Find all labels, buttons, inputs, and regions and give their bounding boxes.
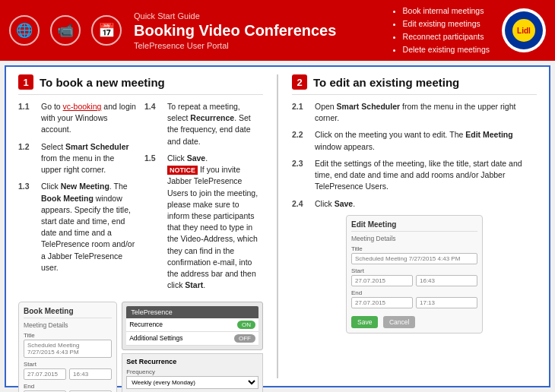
edit-meeting-title: Edit Meeting — [351, 220, 477, 232]
book-end-label: End — [24, 383, 112, 390]
vc-booking-link[interactable]: vc-booking — [63, 102, 102, 111]
step-1-2-num: 1.2 — [18, 141, 36, 176]
edit-start-label: Start — [351, 267, 477, 274]
tp-title: TelePresence — [131, 308, 173, 316]
book-title-label: Title — [24, 332, 112, 339]
header: 🌐 📹 📅 Quick Start Guide Booking Video Co… — [0, 0, 555, 61]
edit-section-label: Meeting Details — [351, 235, 477, 242]
step-2-3: 2.3 Edit the settings of the meeting, li… — [292, 158, 537, 193]
book-start-label: Start — [24, 361, 112, 368]
header-title-block: Quick Start Guide Booking Video Conferen… — [134, 11, 389, 50]
quick-start-label: Quick Start Guide — [134, 11, 389, 21]
sub-title: TelePresence User Portal — [134, 41, 389, 50]
step-1-5-text: Click Save. NOTICE If you invite Jabber … — [167, 153, 263, 292]
section2-number: 2 — [292, 74, 307, 90]
tp-recurrence-row: Recurrence ON — [126, 318, 258, 332]
calendar-icon: 📅 — [91, 15, 122, 46]
section2-title: To edit an existing meeting — [313, 76, 459, 89]
step-2-1-text: Open Smart Scheduler from the menu in th… — [315, 101, 537, 124]
bullet-4: Delete existing meetings — [403, 43, 490, 56]
edit-title-input[interactable]: Scheduled Meeting 7/27/2015 4:43 PM — [351, 253, 477, 264]
step-2-3-num: 2.3 — [292, 158, 310, 193]
bullet-2: Edit existing meetings — [403, 17, 490, 30]
step-1-3: 1.3 Click New Meeting. The Book Meeting … — [18, 181, 137, 273]
edit-meeting-window: Edit Meeting Meeting Details Title Sched… — [346, 215, 483, 334]
step-1-1-text: Go to vc-booking and login with your Win… — [41, 101, 137, 136]
edit-end-label: End — [351, 289, 477, 296]
tp-additional-toggle[interactable]: OFF — [234, 334, 255, 343]
section1-title: To book a new meeting — [40, 76, 165, 89]
step-2-4-text: Click Save. — [315, 198, 355, 210]
book-meeting-section-label: Meeting Details — [24, 321, 112, 329]
section-divider — [277, 74, 278, 378]
section2-header: 2 To edit an existing meeting — [292, 74, 537, 95]
edit-save-button[interactable]: Save — [351, 316, 378, 328]
step-1-4: 1.4 To repeat a meeting, select Recurren… — [144, 101, 263, 147]
edit-start-date[interactable]: 27.07.2015 — [351, 275, 413, 286]
step-2-1: 2.1 Open Smart Scheduler from the menu i… — [292, 101, 537, 124]
section1-number: 1 — [18, 74, 33, 90]
edit-end-date[interactable]: 27.07.2015 — [351, 297, 413, 308]
bullet-3: Reconnect participants — [403, 30, 490, 43]
section1-screenshots: Book Meeting Meeting Details Title Sched… — [18, 302, 263, 393]
section-1: 1 To book a new meeting 1.1 Go to vc-boo… — [14, 74, 268, 378]
tp-recurrence-toggle[interactable]: ON — [237, 321, 255, 329]
book-start-date[interactable]: 27.07.2015 — [24, 368, 66, 380]
step-1-5: 1.5 Click Save. NOTICE If you invite Jab… — [144, 153, 263, 292]
step-2-1-num: 2.1 — [292, 101, 310, 124]
step-1-3-text: Click New Meeting. The Book Meeting wind… — [41, 181, 137, 273]
notice-badge: NOTICE — [167, 166, 198, 175]
header-bullets: Book internal meetings Edit existing mee… — [403, 5, 490, 55]
step-2-4-num: 2.4 — [292, 198, 310, 210]
tp-header: TelePresence — [126, 306, 258, 318]
edit-title-label: Title — [351, 245, 477, 252]
step-2-2-num: 2.2 — [292, 129, 310, 152]
book-title-input[interactable]: Scheduled Meeting 7/27/2015 4:43 PM — [24, 340, 112, 358]
section1-header: 1 To book a new meeting — [18, 74, 263, 95]
book-meeting-title: Book Meeting — [24, 307, 112, 318]
book-meeting-window: Book Meeting Meeting Details Title Sched… — [18, 302, 117, 393]
book-start-time[interactable]: 16:43 — [69, 368, 112, 380]
main-title: Booking Video Conferences — [134, 22, 389, 39]
telepresence-window: TelePresence Recurrence ON Additional Se… — [122, 302, 263, 350]
section2-steps: 2.1 Open Smart Scheduler from the menu i… — [292, 101, 537, 210]
step-1-1: 1.1 Go to vc-booking and login with your… — [18, 101, 137, 136]
step-1-4-text: To repeat a meeting, select Recurrence. … — [167, 101, 263, 147]
step-2-2-text: Click on the meeting you want to edit. T… — [315, 129, 537, 152]
step-1-1-num: 1.1 — [18, 101, 36, 136]
edit-end-time[interactable]: 17:13 — [416, 297, 477, 308]
step-2-3-text: Edit the settings of the meeting, like t… — [315, 158, 537, 193]
tp-additional-label: Additional Settings — [129, 334, 182, 342]
step-2-2: 2.2 Click on the meeting you want to edi… — [292, 129, 537, 152]
video-icon: 📹 — [50, 15, 81, 46]
set-recurrence-title: Set Recurrence — [126, 358, 258, 365]
header-icons: 🌐 📹 📅 — [9, 15, 122, 46]
step-1-2-text: Select Smart Scheduler from the menu in … — [41, 141, 137, 176]
step-1-3-num: 1.3 — [18, 181, 36, 273]
section-2: 2 To edit an existing meeting 2.1 Open S… — [287, 74, 541, 378]
step-1-2: 1.2 Select Smart Scheduler from the menu… — [18, 141, 137, 176]
bullet-1: Book internal meetings — [403, 5, 490, 17]
step-2-4: 2.4 Click Save. — [292, 198, 537, 210]
recurrence-box: Set Recurrence Frequency Weekly (every M… — [122, 353, 263, 393]
tp-recurrence-label: Recurrence — [129, 321, 163, 328]
main-content: 1 To book a new meeting 1.1 Go to vc-boo… — [5, 65, 550, 387]
step-1-5-num: 1.5 — [144, 153, 163, 292]
frequency-select[interactable]: Weekly (every Monday) — [126, 376, 258, 389]
edit-cancel-button[interactable]: Cancel — [383, 316, 415, 328]
section1-steps: 1.1 Go to vc-booking and login with your… — [18, 101, 263, 297]
frequency-label: Frequency — [126, 368, 258, 375]
lidl-logo: Lidl — [502, 8, 546, 52]
edit-start-time[interactable]: 16:43 — [416, 275, 477, 286]
globe-icon: 🌐 — [9, 15, 40, 46]
step-1-4-num: 1.4 — [144, 101, 163, 147]
tp-additional-row: Additional Settings OFF — [126, 332, 258, 346]
